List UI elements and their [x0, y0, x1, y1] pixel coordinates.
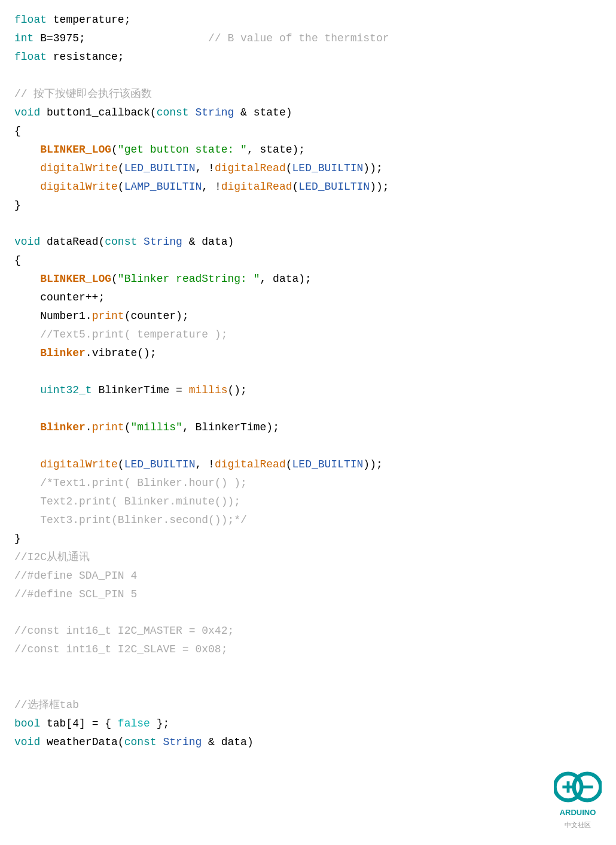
code-line-15: BLINKER_LOG("Blinker readString: ", data…: [14, 270, 602, 288]
arduino-brand-text: ARDUINO: [560, 806, 596, 819]
code-line-22: [14, 400, 602, 418]
code-line-12: [14, 214, 602, 233]
code-line-17: Number1.print(counter);: [14, 307, 602, 326]
code-line-11: }: [14, 196, 602, 215]
code-line-26: /*Text1.print( Blinker.hour() );: [14, 474, 602, 493]
code-line-25: digitalWrite(LED_BUILTIN, !digitalRead(L…: [14, 455, 602, 474]
code-line-30: //I2C从机通讯: [14, 548, 602, 567]
code-line-40: void weatherData(const String & data): [14, 733, 602, 752]
arduino-subtitle-text: 中文社区: [565, 819, 591, 831]
code-line-4: [14, 66, 602, 85]
code-line-13: void dataRead(const String & data): [14, 233, 602, 251]
code-line-23: Blinker.print("millis", BlinkerTime);: [14, 418, 602, 437]
code-line-27: Text2.print( Blinker.minute());: [14, 493, 602, 511]
arduino-logo-icon: [554, 769, 602, 805]
code-line-14: {: [14, 251, 602, 270]
code-line-33: [14, 604, 602, 622]
code-line-2: int B=3975; // B value of the thermistor: [14, 29, 602, 48]
code-line-29: }: [14, 530, 602, 548]
code-line-36: [14, 659, 602, 677]
code-line-3: float resistance;: [14, 48, 602, 66]
code-line-24: [14, 437, 602, 455]
code-line-20: [14, 363, 602, 381]
code-line-6: void button1_callback(const String & sta…: [14, 104, 602, 122]
svg-rect-4: [581, 785, 593, 788]
code-line-38: //选择框tab: [14, 696, 602, 715]
code-line-21: uint32_t BlinkerTime = millis();: [14, 381, 602, 400]
code-line-37: [14, 677, 602, 696]
code-container: float temperature; int B=3975; // B valu…: [14, 11, 602, 752]
code-line-39: bool tab[4] = { false };: [14, 715, 602, 733]
svg-rect-3: [567, 781, 570, 792]
code-line-7: {: [14, 122, 602, 141]
code-line-35: //const int16_t I2C_SLAVE = 0x08;: [14, 640, 602, 659]
code-line-31: //#define SDA_PIN 4: [14, 567, 602, 585]
code-line-32: //#define SCL_PIN 5: [14, 585, 602, 604]
code-line-34: //const int16_t I2C_MASTER = 0x42;: [14, 622, 602, 640]
code-line-9: digitalWrite(LED_BUILTIN, !digitalRead(L…: [14, 159, 602, 178]
code-line-1: float temperature;: [14, 11, 602, 29]
code-line-19: Blinker.vibrate();: [14, 344, 602, 363]
code-line-16: counter++;: [14, 288, 602, 307]
code-line-18: //Text5.print( temperature );: [14, 326, 602, 344]
code-line-5: // 按下按键即会执行该函数: [14, 85, 602, 104]
code-line-10: digitalWrite(LAMP_BUILTIN, !digitalRead(…: [14, 178, 602, 196]
code-line-28: Text3.print(Blinker.second());*/: [14, 511, 602, 530]
arduino-logo-area: ARDUINO 中文社区: [554, 769, 602, 831]
code-line-8: BLINKER_LOG("get button state: ", state)…: [14, 141, 602, 159]
